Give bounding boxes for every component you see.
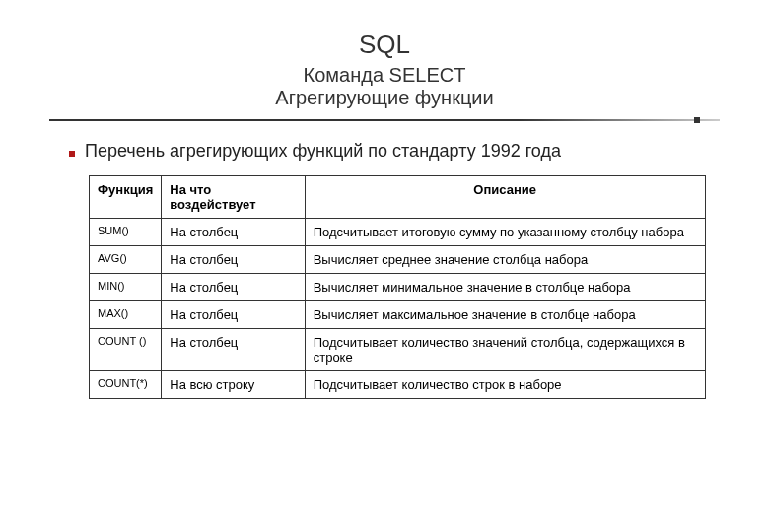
cell-desc: Подсчитывает итоговую сумму по указанном… bbox=[305, 219, 705, 246]
slide-subtitle-2: Агрегирующие функции bbox=[49, 87, 720, 109]
cell-fn: COUNT(*) bbox=[90, 371, 162, 399]
cell-target: На столбец bbox=[162, 301, 305, 329]
cell-desc: Вычисляет максимальное значение в столбц… bbox=[305, 301, 705, 329]
table-row: COUNT(*) На всю строку Подсчитывает коли… bbox=[90, 371, 706, 399]
table-header-row: Функция На что воздействует Описание bbox=[90, 176, 706, 219]
bullet-item: Перечень агрегирующих функций по стандар… bbox=[49, 141, 720, 162]
bullet-icon bbox=[69, 151, 75, 157]
cell-fn: MAX() bbox=[90, 301, 162, 329]
cell-fn: MIN() bbox=[90, 274, 162, 301]
slide-content: SQL Команда SELECT Агрегирующие функции … bbox=[0, 0, 769, 429]
cell-target: На столбец bbox=[162, 274, 305, 301]
table-row: SUM() На столбец Подсчитывает итоговую с… bbox=[90, 219, 706, 246]
table-row: COUNT () На столбец Подсчитывает количес… bbox=[90, 329, 706, 371]
cell-fn: COUNT () bbox=[90, 329, 162, 371]
header-target: На что воздействует bbox=[162, 176, 305, 219]
table-row: AVG() На столбец Вычисляет среднее значе… bbox=[90, 246, 706, 274]
cell-fn: AVG() bbox=[90, 246, 162, 274]
functions-table: Функция На что воздействует Описание SUM… bbox=[89, 175, 706, 399]
cell-desc: Вычисляет среднее значение столбца набор… bbox=[305, 246, 705, 274]
cell-target: На всю строку bbox=[162, 371, 305, 399]
cell-target: На столбец bbox=[162, 246, 305, 274]
table-row: MAX() На столбец Вычисляет максимальное … bbox=[90, 301, 706, 329]
cell-target: На столбец bbox=[162, 329, 305, 371]
cell-desc: Вычисляет минимальное значение в столбце… bbox=[305, 274, 705, 301]
title-block: SQL Команда SELECT Агрегирующие функции bbox=[49, 30, 720, 109]
slide-subtitle-1: Команда SELECT bbox=[49, 64, 720, 87]
slide-title: SQL bbox=[49, 30, 720, 60]
cell-desc: Подсчитывает количество значений столбца… bbox=[305, 329, 705, 371]
cell-desc: Подсчитывает количество строк в наборе bbox=[305, 371, 705, 399]
header-description: Описание bbox=[305, 176, 705, 219]
cell-target: На столбец bbox=[162, 219, 305, 246]
cell-fn: SUM() bbox=[90, 219, 162, 246]
divider-line bbox=[49, 119, 720, 121]
header-function: Функция bbox=[90, 176, 162, 219]
table-row: MIN() На столбец Вычисляет минимальное з… bbox=[90, 274, 706, 301]
bullet-text: Перечень агрегирующих функций по стандар… bbox=[85, 141, 561, 162]
